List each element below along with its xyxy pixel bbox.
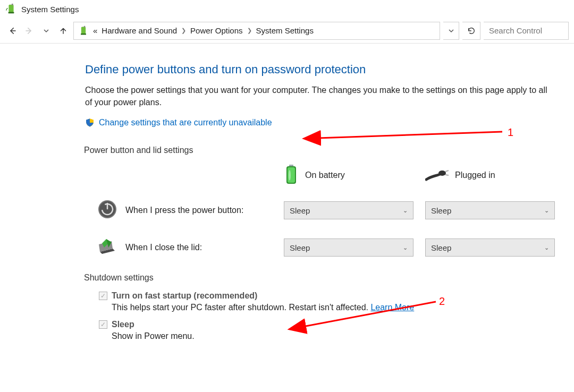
section-header-shutdown: Shutdown settings: [84, 273, 574, 283]
option-sleep: ✓ Sleep Show in Power menu.: [85, 320, 521, 341]
option-title: Turn on fast startup (recommended): [112, 291, 257, 301]
svg-point-12: [438, 171, 446, 176]
svg-rect-2: [12, 4, 13, 5]
page-description: Choose the power settings that you want …: [85, 84, 553, 108]
column-plugged-in: Plugged in: [425, 167, 567, 184]
setting-row-power-button: When I press the power button: Sleep ⌄ S…: [85, 199, 574, 222]
laptop-lid-icon: [97, 236, 118, 259]
svg-line-13: [445, 171, 449, 172]
setting-label: When I press the power button:: [125, 206, 243, 215]
chevron-right-icon: ❯: [247, 27, 252, 34]
chevron-down-icon: ⌄: [403, 244, 408, 251]
battery-icon: [284, 164, 299, 187]
column-label: Plugged in: [455, 171, 495, 180]
forward-button[interactable]: [22, 23, 36, 38]
nav-toolbar: « Hardware and Sound ❯ Power Options ❯ S…: [0, 18, 574, 44]
svg-rect-6: [81, 33, 86, 35]
checkbox-sleep[interactable]: ✓: [99, 320, 107, 329]
content-area: Define power buttons and turn on passwor…: [0, 44, 574, 341]
setting-row-close-lid: When I close the lid: Sleep ⌄ Sleep ⌄: [85, 236, 574, 259]
address-bar[interactable]: « Hardware and Sound ❯ Power Options ❯ S…: [73, 22, 440, 40]
svg-point-11: [289, 170, 291, 181]
chevron-right-icon: ❯: [181, 27, 186, 34]
setting-label: When I close the lid:: [125, 243, 202, 252]
refresh-button[interactable]: [462, 22, 480, 40]
svg-rect-0: [9, 5, 13, 13]
power-options-icon: [5, 3, 17, 15]
power-options-icon: [78, 25, 89, 36]
checkbox-fast-startup[interactable]: ✓: [99, 292, 107, 300]
power-button-icon: [97, 199, 118, 222]
svg-line-14: [445, 175, 449, 175]
dropdown-value: Sleep: [290, 243, 310, 252]
uac-shield-icon: [85, 118, 95, 127]
dropdown-value: Sleep: [290, 206, 310, 215]
chevron-down-icon: ⌄: [544, 244, 549, 251]
power-button-plugged-dropdown[interactable]: Sleep ⌄: [425, 201, 555, 219]
page-title: Define power buttons and turn on passwor…: [85, 63, 574, 76]
change-unavailable-settings-link[interactable]: Change settings that are currently unava…: [99, 118, 272, 127]
column-label: On battery: [305, 171, 345, 180]
power-button-battery-dropdown[interactable]: Sleep ⌄: [284, 201, 413, 219]
plug-icon: [425, 167, 449, 184]
option-desc: Show in Power menu.: [112, 331, 521, 341]
up-button[interactable]: [56, 23, 70, 38]
recent-locations-button[interactable]: [39, 23, 53, 38]
admin-link-row: Change settings that are currently unava…: [85, 118, 574, 127]
close-lid-plugged-dropdown[interactable]: Sleep ⌄: [425, 238, 555, 257]
address-history-button[interactable]: [443, 22, 459, 40]
window-title: System Settings: [21, 5, 79, 14]
window-titlebar: System Settings: [0, 0, 574, 18]
breadcrumb-item[interactable]: Power Options: [190, 26, 242, 35]
column-headers: On battery Plugged in: [85, 164, 574, 187]
learn-more-link[interactable]: Learn More: [370, 303, 414, 312]
dropdown-value: Sleep: [431, 206, 451, 215]
dropdown-value: Sleep: [431, 243, 451, 252]
back-button[interactable]: [5, 23, 19, 38]
close-lid-battery-dropdown[interactable]: Sleep ⌄: [284, 238, 413, 257]
svg-rect-7: [84, 25, 86, 27]
svg-rect-5: [81, 27, 86, 33]
breadcrumb-overflow[interactable]: «: [93, 26, 97, 35]
chevron-down-icon: ⌄: [544, 207, 549, 214]
svg-rect-1: [9, 12, 14, 14]
column-on-battery: On battery: [284, 164, 425, 187]
breadcrumb-item[interactable]: System Settings: [256, 26, 314, 35]
option-desc: This helps start your PC faster after sh…: [112, 303, 521, 312]
breadcrumb-item[interactable]: Hardware and Sound: [102, 26, 177, 35]
search-box[interactable]: [484, 22, 569, 40]
option-fast-startup: ✓ Turn on fast startup (recommended) Thi…: [85, 291, 521, 312]
section-header-power-lid: Power button and lid settings: [84, 146, 574, 155]
search-input[interactable]: [488, 25, 564, 36]
chevron-down-icon: ⌄: [403, 207, 408, 214]
option-title: Sleep: [112, 320, 134, 329]
